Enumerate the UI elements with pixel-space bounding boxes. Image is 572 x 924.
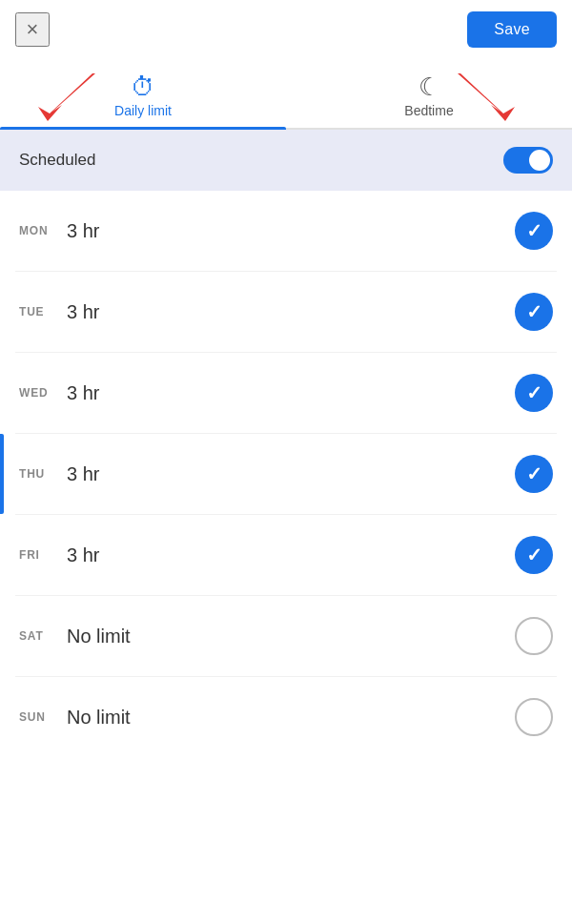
checkmark-icon: ✓ [526, 302, 542, 321]
day-check-tue[interactable]: ✓ [515, 293, 553, 331]
day-time-tue: 3 hr [67, 301, 515, 323]
moon-icon: ☾ [419, 74, 440, 99]
day-check-fri[interactable]: ✓ [515, 536, 553, 574]
day-check-sun[interactable] [515, 698, 553, 736]
timer-icon: ⏱ [131, 74, 155, 99]
day-time-sat: No limit [67, 626, 515, 647]
tab-daily-limit-label: Daily limit [114, 103, 172, 118]
checkmark-icon: ✓ [526, 383, 542, 402]
scheduled-row: Scheduled [0, 130, 572, 191]
day-row-sun[interactable]: SUNNo limit [15, 677, 557, 757]
day-time-fri: 3 hr [67, 544, 515, 566]
checkmark-icon: ✓ [526, 545, 542, 565]
day-label-thu: THU [19, 467, 59, 481]
checkmark-icon: ✓ [526, 221, 542, 240]
checkmark-icon: ✓ [526, 464, 542, 483]
day-label-fri: FRI [19, 548, 59, 562]
day-check-wed[interactable]: ✓ [515, 374, 553, 412]
day-label-mon: MON [19, 224, 59, 237]
days-list: MON3 hr✓TUE3 hr✓WED3 hr✓THU3 hr✓FRI3 hr✓… [0, 191, 572, 757]
day-label-sun: SUN [19, 710, 59, 724]
toggle-slider [503, 147, 553, 174]
day-row-fri[interactable]: FRI3 hr✓ [15, 515, 557, 596]
close-button[interactable]: × [15, 12, 50, 47]
header: × Save [0, 0, 572, 59]
save-button[interactable]: Save [467, 11, 557, 48]
tab-daily-limit[interactable]: ⏱ Daily limit [0, 67, 286, 128]
day-check-thu[interactable]: ✓ [515, 455, 553, 493]
tab-bedtime-label: Bedtime [404, 103, 453, 118]
day-time-mon: 3 hr [67, 220, 515, 242]
day-time-sun: No limit [67, 707, 515, 729]
day-row-wed[interactable]: WED3 hr✓ [15, 353, 557, 434]
day-check-mon[interactable]: ✓ [515, 212, 553, 250]
scheduled-toggle[interactable] [503, 147, 553, 174]
day-row-tue[interactable]: TUE3 hr✓ [15, 272, 557, 353]
day-row-mon[interactable]: MON3 hr✓ [15, 191, 557, 272]
day-row-sat[interactable]: SATNo limit [15, 596, 557, 677]
day-check-sat[interactable] [515, 617, 553, 655]
day-time-thu: 3 hr [67, 463, 515, 485]
day-label-tue: TUE [19, 305, 59, 318]
day-label-wed: WED [19, 386, 59, 400]
tab-bedtime[interactable]: ☾ Bedtime [286, 67, 572, 128]
day-label-sat: SAT [19, 629, 59, 643]
day-time-wed: 3 hr [67, 382, 515, 404]
tabs-container: ⏱ Daily limit ☾ Bedtime [0, 59, 572, 130]
scheduled-label: Scheduled [19, 151, 95, 170]
day-row-thu[interactable]: THU3 hr✓ [15, 434, 557, 515]
